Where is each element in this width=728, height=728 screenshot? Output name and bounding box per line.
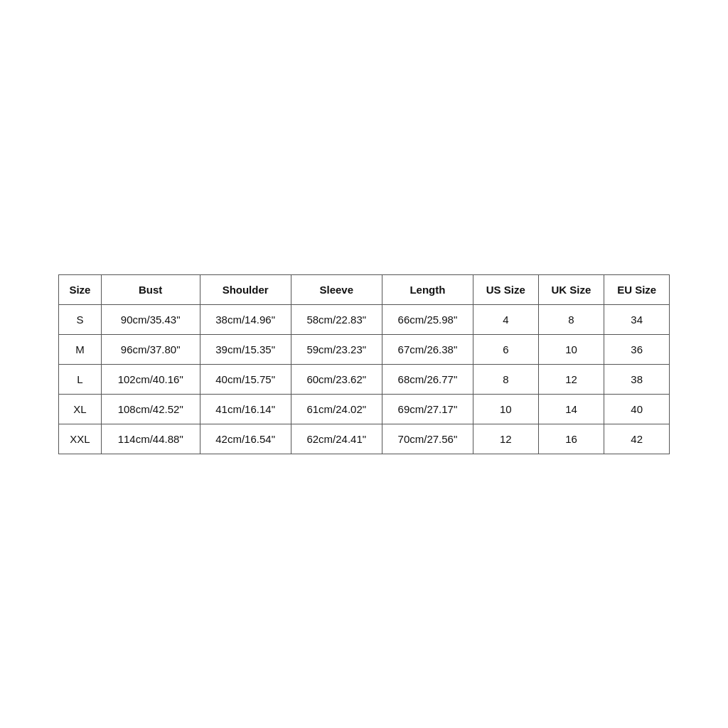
- table-row: XXL114cm/44.88"42cm/16.54"62cm/24.41"70c…: [59, 424, 670, 454]
- cell-length: 69cm/27.17": [382, 394, 473, 424]
- cell-sleeve: 59cm/23.23": [291, 334, 382, 364]
- cell-shoulder: 38cm/14.96": [200, 304, 291, 334]
- cell-length: 66cm/25.98": [382, 304, 473, 334]
- cell-uk-size: 16: [538, 424, 604, 454]
- page-container: Size Bust Shoulder Sleeve Length US Size…: [0, 0, 728, 728]
- col-header-sleeve: Sleeve: [291, 274, 382, 304]
- cell-shoulder: 40cm/15.75": [200, 364, 291, 394]
- cell-bust: 102cm/40.16": [101, 364, 200, 394]
- col-header-bust: Bust: [101, 274, 200, 304]
- cell-uk-size: 12: [538, 364, 604, 394]
- cell-eu-size: 34: [604, 304, 670, 334]
- cell-size: L: [59, 364, 102, 394]
- col-header-shoulder: Shoulder: [200, 274, 291, 304]
- cell-shoulder: 42cm/16.54": [200, 424, 291, 454]
- cell-bust: 96cm/37.80": [101, 334, 200, 364]
- cell-length: 67cm/26.38": [382, 334, 473, 364]
- cell-length: 68cm/26.77": [382, 364, 473, 394]
- cell-eu-size: 42: [604, 424, 670, 454]
- col-header-size: Size: [59, 274, 102, 304]
- cell-us-size: 6: [473, 334, 538, 364]
- table-header-row: Size Bust Shoulder Sleeve Length US Size…: [59, 274, 670, 304]
- cell-eu-size: 38: [604, 364, 670, 394]
- cell-bust: 108cm/42.52": [101, 394, 200, 424]
- cell-us-size: 10: [473, 394, 538, 424]
- table-row: S90cm/35.43"38cm/14.96"58cm/22.83"66cm/2…: [59, 304, 670, 334]
- col-header-us-size: US Size: [473, 274, 538, 304]
- cell-uk-size: 8: [538, 304, 604, 334]
- table-row: XL108cm/42.52"41cm/16.14"61cm/24.02"69cm…: [59, 394, 670, 424]
- cell-us-size: 12: [473, 424, 538, 454]
- col-header-uk-size: UK Size: [538, 274, 604, 304]
- cell-shoulder: 41cm/16.14": [200, 394, 291, 424]
- cell-shoulder: 39cm/15.35": [200, 334, 291, 364]
- cell-size: M: [59, 334, 102, 364]
- table-row: M96cm/37.80"39cm/15.35"59cm/23.23"67cm/2…: [59, 334, 670, 364]
- cell-bust: 90cm/35.43": [101, 304, 200, 334]
- cell-size: S: [59, 304, 102, 334]
- cell-eu-size: 40: [604, 394, 670, 424]
- cell-sleeve: 61cm/24.02": [291, 394, 382, 424]
- cell-eu-size: 36: [604, 334, 670, 364]
- cell-sleeve: 58cm/22.83": [291, 304, 382, 334]
- size-chart-wrapper: Size Bust Shoulder Sleeve Length US Size…: [58, 274, 670, 454]
- cell-sleeve: 60cm/23.62": [291, 364, 382, 394]
- cell-bust: 114cm/44.88": [101, 424, 200, 454]
- col-header-length: Length: [382, 274, 473, 304]
- cell-size: XXL: [59, 424, 102, 454]
- cell-us-size: 4: [473, 304, 538, 334]
- cell-size: XL: [59, 394, 102, 424]
- cell-length: 70cm/27.56": [382, 424, 473, 454]
- cell-us-size: 8: [473, 364, 538, 394]
- cell-uk-size: 10: [538, 334, 604, 364]
- cell-uk-size: 14: [538, 394, 604, 424]
- size-chart-table: Size Bust Shoulder Sleeve Length US Size…: [58, 274, 670, 454]
- table-row: L102cm/40.16"40cm/15.75"60cm/23.62"68cm/…: [59, 364, 670, 394]
- col-header-eu-size: EU Size: [604, 274, 670, 304]
- cell-sleeve: 62cm/24.41": [291, 424, 382, 454]
